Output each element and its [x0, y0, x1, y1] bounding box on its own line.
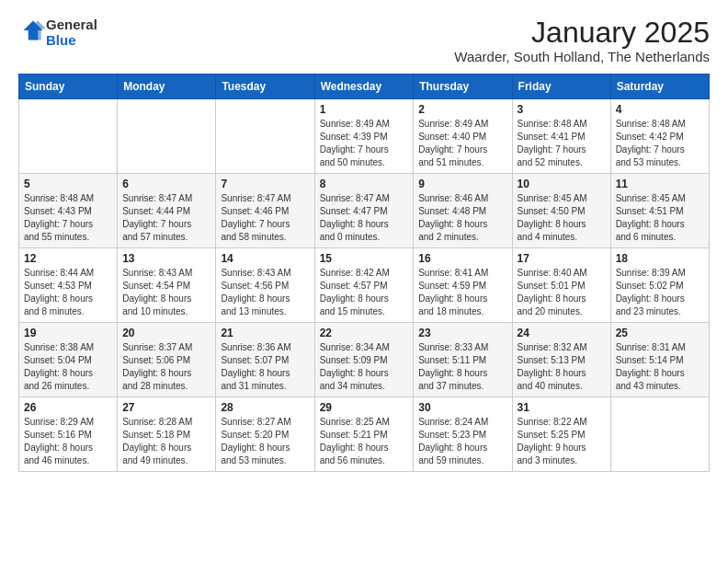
day-number: 14	[221, 252, 309, 265]
calendar-cell: 25Sunrise: 8:31 AMSunset: 5:14 PMDayligh…	[610, 323, 709, 397]
calendar: SundayMondayTuesdayWednesdayThursdayFrid…	[18, 74, 710, 472]
calendar-cell	[216, 99, 314, 174]
calendar-cell: 18Sunrise: 8:39 AMSunset: 5:02 PMDayligh…	[610, 248, 709, 323]
day-detail: Sunrise: 8:33 AMSunset: 5:11 PMDaylight:…	[418, 341, 506, 393]
day-number: 25	[616, 327, 704, 339]
calendar-cell: 21Sunrise: 8:36 AMSunset: 5:07 PMDayligh…	[216, 323, 314, 397]
calendar-cell: 4Sunrise: 8:48 AMSunset: 4:42 PMDaylight…	[610, 99, 709, 174]
calendar-cell: 7Sunrise: 8:47 AMSunset: 4:46 PMDaylight…	[216, 174, 314, 248]
day-detail: Sunrise: 8:38 AMSunset: 5:04 PMDaylight:…	[24, 341, 112, 393]
week-row-4: 19Sunrise: 8:38 AMSunset: 5:04 PMDayligh…	[19, 323, 710, 397]
day-detail: Sunrise: 8:39 AMSunset: 5:02 PMDaylight:…	[616, 267, 704, 318]
day-number: 30	[418, 401, 506, 414]
day-detail: Sunrise: 8:36 AMSunset: 5:07 PMDaylight:…	[221, 341, 309, 393]
day-number: 9	[418, 178, 506, 190]
calendar-cell: 11Sunrise: 8:45 AMSunset: 4:51 PMDayligh…	[610, 174, 709, 248]
calendar-cell: 30Sunrise: 8:24 AMSunset: 5:23 PMDayligh…	[414, 397, 512, 472]
weekday-header-thursday: Thursday	[414, 75, 512, 99]
calendar-cell: 26Sunrise: 8:29 AMSunset: 5:16 PMDayligh…	[19, 397, 118, 472]
calendar-cell: 12Sunrise: 8:44 AMSunset: 4:53 PMDayligh…	[19, 248, 118, 323]
logo-blue: Blue	[46, 32, 97, 48]
calendar-cell: 1Sunrise: 8:49 AMSunset: 4:39 PMDaylight…	[314, 99, 414, 174]
day-number: 26	[24, 401, 112, 414]
calendar-cell	[19, 99, 118, 174]
day-detail: Sunrise: 8:42 AMSunset: 4:57 PMDaylight:…	[320, 267, 409, 318]
weekday-header-row: SundayMondayTuesdayWednesdayThursdayFrid…	[19, 75, 710, 99]
day-number: 6	[122, 178, 210, 190]
calendar-cell: 15Sunrise: 8:42 AMSunset: 4:57 PMDayligh…	[314, 248, 414, 323]
day-detail: Sunrise: 8:45 AMSunset: 4:51 PMDaylight:…	[616, 192, 704, 244]
day-detail: Sunrise: 8:48 AMSunset: 4:41 PMDaylight:…	[518, 118, 606, 169]
day-detail: Sunrise: 8:43 AMSunset: 4:54 PMDaylight:…	[122, 267, 210, 318]
day-detail: Sunrise: 8:25 AMSunset: 5:21 PMDaylight:…	[320, 416, 409, 467]
calendar-cell: 23Sunrise: 8:33 AMSunset: 5:11 PMDayligh…	[414, 323, 512, 397]
calendar-cell: 10Sunrise: 8:45 AMSunset: 4:50 PMDayligh…	[512, 174, 610, 248]
day-number: 3	[518, 103, 606, 116]
day-detail: Sunrise: 8:45 AMSunset: 4:50 PMDaylight:…	[518, 192, 606, 244]
title-area: January 2025 Waarder, South Holland, The…	[454, 17, 710, 64]
day-number: 31	[518, 401, 606, 414]
logo-icon	[20, 17, 46, 43]
day-number: 22	[320, 327, 409, 339]
calendar-cell: 16Sunrise: 8:41 AMSunset: 4:59 PMDayligh…	[414, 248, 512, 323]
day-detail: Sunrise: 8:47 AMSunset: 4:46 PMDaylight:…	[221, 192, 309, 244]
day-detail: Sunrise: 8:37 AMSunset: 5:06 PMDaylight:…	[122, 341, 210, 393]
calendar-cell: 31Sunrise: 8:22 AMSunset: 5:25 PMDayligh…	[512, 397, 610, 472]
calendar-cell	[118, 99, 216, 174]
calendar-cell: 19Sunrise: 8:38 AMSunset: 5:04 PMDayligh…	[19, 323, 118, 397]
week-row-5: 26Sunrise: 8:29 AMSunset: 5:16 PMDayligh…	[19, 397, 710, 472]
day-number: 23	[418, 327, 506, 339]
day-number: 18	[616, 252, 704, 265]
day-detail: Sunrise: 8:31 AMSunset: 5:14 PMDaylight:…	[616, 341, 704, 393]
day-detail: Sunrise: 8:28 AMSunset: 5:18 PMDaylight:…	[122, 416, 210, 467]
day-detail: Sunrise: 8:43 AMSunset: 4:56 PMDaylight:…	[221, 267, 309, 318]
day-number: 11	[616, 178, 704, 190]
week-row-1: 1Sunrise: 8:49 AMSunset: 4:39 PMDaylight…	[19, 99, 710, 174]
location: Waarder, South Holland, The Netherlands	[454, 49, 710, 64]
day-detail: Sunrise: 8:49 AMSunset: 4:39 PMDaylight:…	[320, 118, 409, 169]
day-detail: Sunrise: 8:44 AMSunset: 4:53 PMDaylight:…	[24, 267, 112, 318]
day-number: 10	[518, 178, 606, 190]
day-detail: Sunrise: 8:47 AMSunset: 4:47 PMDaylight:…	[320, 192, 409, 244]
day-detail: Sunrise: 8:22 AMSunset: 5:25 PMDaylight:…	[518, 416, 606, 467]
week-row-2: 5Sunrise: 8:48 AMSunset: 4:43 PMDaylight…	[19, 174, 710, 248]
weekday-header-tuesday: Tuesday	[216, 75, 314, 99]
calendar-cell: 5Sunrise: 8:48 AMSunset: 4:43 PMDaylight…	[19, 174, 118, 248]
logo-general: General	[46, 17, 97, 32]
day-number: 2	[418, 103, 506, 116]
day-number: 17	[518, 252, 606, 265]
day-detail: Sunrise: 8:49 AMSunset: 4:40 PMDaylight:…	[418, 118, 506, 169]
day-detail: Sunrise: 8:48 AMSunset: 4:42 PMDaylight:…	[616, 118, 704, 169]
day-number: 5	[24, 178, 112, 190]
day-detail: Sunrise: 8:41 AMSunset: 4:59 PMDaylight:…	[418, 267, 506, 318]
calendar-cell: 8Sunrise: 8:47 AMSunset: 4:47 PMDaylight…	[314, 174, 414, 248]
calendar-cell: 29Sunrise: 8:25 AMSunset: 5:21 PMDayligh…	[314, 397, 414, 472]
day-number: 12	[24, 252, 112, 265]
calendar-cell: 9Sunrise: 8:46 AMSunset: 4:48 PMDaylight…	[414, 174, 512, 248]
day-detail: Sunrise: 8:24 AMSunset: 5:23 PMDaylight:…	[418, 416, 506, 467]
weekday-header-friday: Friday	[512, 75, 610, 99]
calendar-cell: 27Sunrise: 8:28 AMSunset: 5:18 PMDayligh…	[118, 397, 216, 472]
day-detail: Sunrise: 8:40 AMSunset: 5:01 PMDaylight:…	[518, 267, 606, 318]
day-number: 28	[221, 401, 309, 414]
day-number: 21	[221, 327, 309, 339]
calendar-cell: 24Sunrise: 8:32 AMSunset: 5:13 PMDayligh…	[512, 323, 610, 397]
calendar-cell: 14Sunrise: 8:43 AMSunset: 4:56 PMDayligh…	[216, 248, 314, 323]
day-number: 29	[320, 401, 409, 414]
calendar-cell: 6Sunrise: 8:47 AMSunset: 4:44 PMDaylight…	[118, 174, 216, 248]
weekday-header-saturday: Saturday	[610, 75, 709, 99]
page: General Blue January 2025 Waarder, South…	[0, 0, 728, 488]
day-number: 27	[122, 401, 210, 414]
month-title: January 2025	[454, 17, 710, 49]
weekday-header-wednesday: Wednesday	[314, 75, 414, 99]
calendar-cell: 13Sunrise: 8:43 AMSunset: 4:54 PMDayligh…	[118, 248, 216, 323]
calendar-cell: 28Sunrise: 8:27 AMSunset: 5:20 PMDayligh…	[216, 397, 314, 472]
weekday-header-sunday: Sunday	[19, 75, 118, 99]
day-detail: Sunrise: 8:29 AMSunset: 5:16 PMDaylight:…	[24, 416, 112, 467]
day-number: 1	[320, 103, 409, 116]
day-number: 7	[221, 178, 309, 190]
day-number: 24	[518, 327, 606, 339]
day-detail: Sunrise: 8:46 AMSunset: 4:48 PMDaylight:…	[418, 192, 506, 244]
calendar-cell: 20Sunrise: 8:37 AMSunset: 5:06 PMDayligh…	[118, 323, 216, 397]
calendar-cell: 3Sunrise: 8:48 AMSunset: 4:41 PMDaylight…	[512, 99, 610, 174]
